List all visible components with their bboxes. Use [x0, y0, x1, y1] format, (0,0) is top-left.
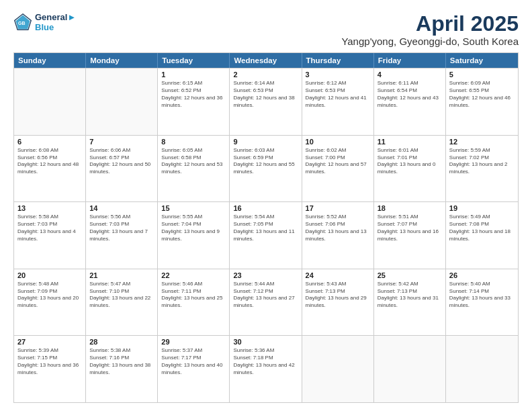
- daylight-text: Daylight: 13 hours and 11 minutes.: [233, 228, 298, 243]
- sunrise-text: Sunrise: 5:39 AM: [17, 347, 82, 355]
- week-row-5: 27Sunrise: 5:39 AMSunset: 7:15 PMDayligh…: [14, 335, 518, 402]
- sunset-text: Sunset: 6:53 PM: [233, 87, 298, 95]
- daylight-text: Daylight: 12 hours and 36 minutes.: [161, 95, 226, 109]
- sunset-text: Sunset: 7:14 PM: [449, 288, 515, 295]
- daylight-text: Daylight: 13 hours and 4 minutes.: [17, 228, 82, 243]
- calendar-cell: 27Sunrise: 5:39 AMSunset: 7:15 PMDayligh…: [14, 336, 86, 402]
- logo: GB General► Blue: [13, 12, 76, 32]
- sunrise-text: Sunrise: 5:46 AM: [161, 281, 226, 288]
- month-title: April 2025: [341, 12, 519, 36]
- sunrise-text: Sunrise: 5:49 AM: [449, 214, 515, 221]
- daylight-text: Daylight: 13 hours and 16 minutes.: [378, 228, 442, 243]
- sunset-text: Sunset: 7:18 PM: [233, 355, 298, 362]
- calendar-cell: 19Sunrise: 5:49 AMSunset: 7:08 PMDayligh…: [446, 202, 518, 269]
- calendar-cell: 28Sunrise: 5:38 AMSunset: 7:16 PMDayligh…: [86, 336, 158, 402]
- calendar-cell: 30Sunrise: 5:36 AMSunset: 7:18 PMDayligh…: [230, 336, 302, 402]
- sunset-text: Sunset: 7:03 PM: [89, 221, 154, 228]
- sunset-text: Sunset: 7:06 PM: [306, 221, 370, 228]
- sunset-text: Sunset: 6:55 PM: [449, 87, 515, 95]
- calendar-cell: 4Sunrise: 6:11 AMSunset: 6:54 PMDaylight…: [374, 68, 446, 135]
- day-number: 9: [233, 138, 298, 146]
- sunrise-text: Sunrise: 5:47 AM: [89, 281, 154, 288]
- calendar-cell: 16Sunrise: 5:54 AMSunset: 7:05 PMDayligh…: [230, 202, 302, 269]
- sunrise-text: Sunrise: 6:01 AM: [378, 147, 442, 154]
- day-number: 26: [449, 271, 515, 279]
- calendar-cell: 26Sunrise: 5:40 AMSunset: 7:14 PMDayligh…: [446, 269, 518, 336]
- daylight-text: Daylight: 12 hours and 41 minutes.: [306, 95, 370, 109]
- daylight-text: Daylight: 13 hours and 7 minutes.: [89, 228, 154, 243]
- sunset-text: Sunset: 7:13 PM: [306, 288, 370, 295]
- sunrise-text: Sunrise: 6:02 AM: [306, 147, 370, 154]
- day-number: 20: [17, 271, 82, 279]
- sunrise-text: Sunrise: 6:14 AM: [233, 80, 298, 87]
- calendar-cell: 18Sunrise: 5:51 AMSunset: 7:07 PMDayligh…: [374, 202, 446, 269]
- day-number: 4: [378, 71, 442, 79]
- week-row-2: 6Sunrise: 6:08 AMSunset: 6:56 PMDaylight…: [14, 135, 518, 202]
- sunrise-text: Sunrise: 5:54 AM: [233, 214, 298, 221]
- sunset-text: Sunset: 7:17 PM: [161, 355, 226, 362]
- header-day-thursday: Thursday: [302, 53, 374, 68]
- calendar-cell: [446, 336, 518, 402]
- calendar-cell: 23Sunrise: 5:44 AMSunset: 7:12 PMDayligh…: [230, 269, 302, 336]
- calendar-cell: 1Sunrise: 6:15 AMSunset: 6:52 PMDaylight…: [158, 68, 230, 135]
- daylight-text: Daylight: 13 hours and 40 minutes.: [161, 362, 226, 377]
- daylight-text: Daylight: 13 hours and 20 minutes.: [17, 295, 82, 310]
- daylight-text: Daylight: 12 hours and 57 minutes.: [306, 161, 370, 176]
- daylight-text: Daylight: 12 hours and 48 minutes.: [17, 161, 82, 176]
- sunset-text: Sunset: 7:16 PM: [89, 355, 154, 362]
- day-number: 28: [89, 338, 154, 346]
- calendar-cell: 14Sunrise: 5:56 AMSunset: 7:03 PMDayligh…: [86, 202, 158, 269]
- calendar-cell: [374, 336, 446, 402]
- daylight-text: Daylight: 13 hours and 22 minutes.: [89, 295, 154, 310]
- header-day-friday: Friday: [374, 53, 446, 68]
- sunrise-text: Sunrise: 5:51 AM: [378, 214, 442, 221]
- day-number: 17: [306, 204, 370, 212]
- sunset-text: Sunset: 7:11 PM: [161, 288, 226, 295]
- sunrise-text: Sunrise: 5:56 AM: [89, 214, 154, 221]
- day-number: 10: [306, 138, 370, 146]
- day-number: 11: [378, 138, 442, 146]
- sunrise-text: Sunrise: 6:03 AM: [233, 147, 298, 154]
- daylight-text: Daylight: 13 hours and 42 minutes.: [233, 362, 298, 377]
- day-number: 7: [89, 138, 154, 146]
- sunset-text: Sunset: 7:00 PM: [306, 154, 370, 162]
- sunrise-text: Sunrise: 5:55 AM: [161, 214, 226, 221]
- daylight-text: Daylight: 13 hours and 33 minutes.: [449, 295, 515, 310]
- sunset-text: Sunset: 6:58 PM: [161, 154, 226, 162]
- week-row-1: 1Sunrise: 6:15 AMSunset: 6:52 PMDaylight…: [14, 68, 518, 135]
- day-number: 12: [449, 138, 515, 146]
- daylight-text: Daylight: 13 hours and 38 minutes.: [89, 362, 154, 377]
- day-number: 6: [17, 138, 82, 146]
- daylight-text: Daylight: 13 hours and 0 minutes.: [378, 161, 442, 176]
- day-number: 22: [161, 271, 226, 279]
- sunrise-text: Sunrise: 5:52 AM: [306, 214, 370, 221]
- daylight-text: Daylight: 13 hours and 25 minutes.: [161, 295, 226, 310]
- daylight-text: Daylight: 12 hours and 43 minutes.: [378, 95, 442, 109]
- day-number: 3: [306, 71, 370, 79]
- day-number: 18: [378, 204, 442, 212]
- day-number: 15: [161, 204, 226, 212]
- calendar-cell: 21Sunrise: 5:47 AMSunset: 7:10 PMDayligh…: [86, 269, 158, 336]
- sunrise-text: Sunrise: 6:11 AM: [378, 80, 442, 87]
- page-header: GB General► Blue April 2025 Yangp'yong, …: [13, 12, 519, 47]
- header-day-wednesday: Wednesday: [230, 53, 302, 68]
- sunset-text: Sunset: 7:01 PM: [378, 154, 442, 162]
- calendar-cell: 22Sunrise: 5:46 AMSunset: 7:11 PMDayligh…: [158, 269, 230, 336]
- header-day-saturday: Saturday: [446, 53, 518, 68]
- day-number: 27: [17, 338, 82, 346]
- sunset-text: Sunset: 7:05 PM: [233, 221, 298, 228]
- svg-text:GB: GB: [18, 21, 26, 26]
- sunrise-text: Sunrise: 6:09 AM: [449, 80, 515, 87]
- calendar-page: GB General► Blue April 2025 Yangp'yong, …: [0, 0, 532, 411]
- sunrise-text: Sunrise: 5:58 AM: [17, 214, 82, 221]
- calendar-cell: 9Sunrise: 6:03 AMSunset: 6:59 PMDaylight…: [230, 136, 302, 202]
- sunset-text: Sunset: 7:12 PM: [233, 288, 298, 295]
- daylight-text: Daylight: 12 hours and 50 minutes.: [89, 161, 154, 176]
- daylight-text: Daylight: 13 hours and 27 minutes.: [233, 295, 298, 310]
- sunrise-text: Sunrise: 5:59 AM: [449, 147, 515, 154]
- day-number: 1: [161, 71, 226, 79]
- day-number: 25: [378, 271, 442, 279]
- day-number: 14: [89, 204, 154, 212]
- daylight-text: Daylight: 13 hours and 36 minutes.: [17, 362, 82, 377]
- daylight-text: Daylight: 12 hours and 55 minutes.: [233, 161, 298, 176]
